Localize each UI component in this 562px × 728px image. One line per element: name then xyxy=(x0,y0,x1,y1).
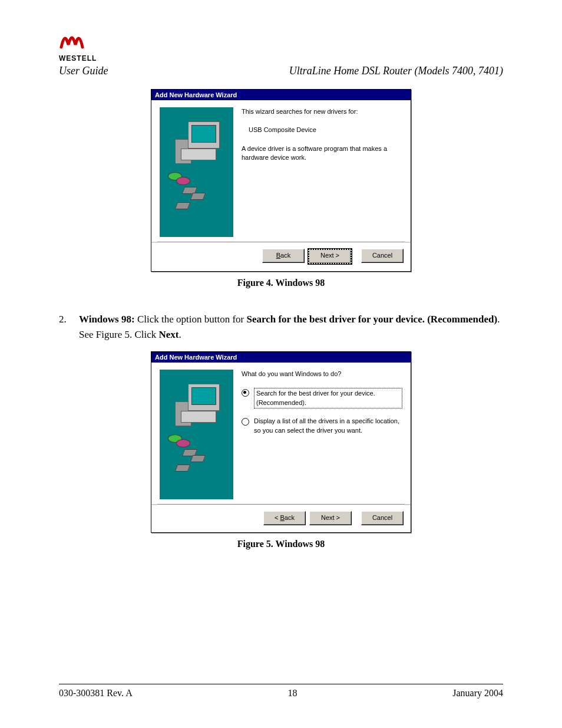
next-button[interactable]: Next > xyxy=(309,511,352,525)
instruction-step-2: 2. Windows 98: Click the option button f… xyxy=(59,312,503,342)
page: WESTELL User Guide UltraLine Home DSL Ro… xyxy=(0,0,562,728)
westell-logo-icon xyxy=(59,29,94,53)
wizard-prompt: What do you want Windows to do? xyxy=(242,370,402,378)
cancel-button[interactable]: Cancel xyxy=(361,511,404,525)
dialog-buttons: Back Next > Cancel xyxy=(151,243,411,271)
brand-name: WESTELL xyxy=(59,54,97,62)
dialog-body: What do you want Windows to do? Search f… xyxy=(151,363,411,504)
radio-icon xyxy=(242,418,249,426)
step-number: 2. xyxy=(59,312,79,342)
wizard-graphic-icon xyxy=(160,107,233,237)
dialog-buttons: < Back Next > Cancel xyxy=(151,505,411,532)
footer-date: January 2004 xyxy=(452,688,503,699)
step-body: Windows 98: Click the option button for … xyxy=(79,312,503,342)
header-right: UltraLine Home DSL Router (Models 7400, … xyxy=(289,65,503,77)
dialog-body: This wizard searches for new drivers for… xyxy=(151,100,411,242)
figure-5-caption: Figure 5. Windows 98 xyxy=(59,539,503,549)
page-header: WESTELL User Guide UltraLine Home DSL Ro… xyxy=(59,29,503,77)
wizard-intro: This wizard searches for new drivers for… xyxy=(242,107,402,116)
driver-explanation: A device driver is a software program th… xyxy=(242,144,402,163)
device-name: USB Composite Device xyxy=(242,126,402,134)
header-left: User Guide xyxy=(59,65,108,77)
footer-page-number: 18 xyxy=(287,688,297,699)
next-button[interactable]: Next > xyxy=(308,249,352,264)
back-button[interactable]: Back xyxy=(262,249,305,263)
dialog-title: Add New Hardware Wizard xyxy=(151,90,411,100)
dialog-title: Add New Hardware Wizard xyxy=(151,352,411,363)
wizard-graphic-icon xyxy=(160,370,233,499)
radio-label: Display a list of all the drivers in a s… xyxy=(254,417,402,435)
dialog-text: This wizard searches for new drivers for… xyxy=(242,107,402,238)
radio-option-search[interactable]: Search for the best driver for your devi… xyxy=(242,388,402,409)
hardware-wizard-dialog-1: Add New Hardware Wizard This wizard sear… xyxy=(151,89,411,272)
radio-option-display-list[interactable]: Display a list of all the drivers in a s… xyxy=(242,417,402,435)
back-button[interactable]: < Back xyxy=(263,511,306,525)
logo-block: WESTELL User Guide xyxy=(59,29,108,77)
figure-4-caption: Figure 4. Windows 98 xyxy=(59,278,503,288)
radio-icon xyxy=(242,389,249,397)
hardware-wizard-dialog-2: Add New Hardware Wizard What do you want… xyxy=(151,351,411,533)
footer-rev: 030-300381 Rev. A xyxy=(59,688,133,699)
cancel-button[interactable]: Cancel xyxy=(361,249,404,263)
radio-label: Search for the best driver for your devi… xyxy=(254,388,402,409)
dialog-text: What do you want Windows to do? Search f… xyxy=(242,370,402,500)
page-footer: 030-300381 Rev. A 18 January 2004 xyxy=(59,684,503,699)
